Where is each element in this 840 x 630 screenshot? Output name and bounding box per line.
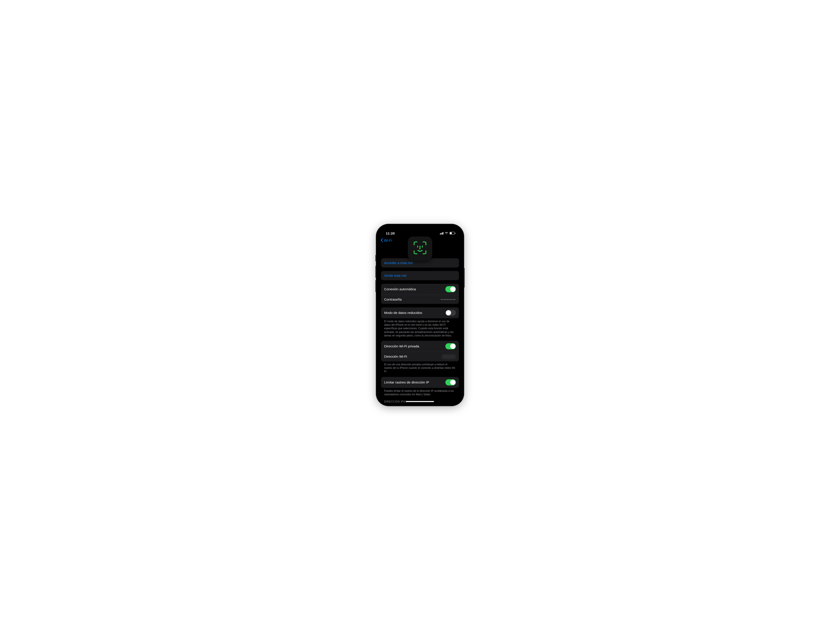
low-data-row: Modo de datos reducidos [381,307,459,318]
face-id-prompt [408,236,432,261]
power-button [464,268,465,287]
private-address-label: Dirección Wi-Fi privada [384,344,419,348]
limit-ip-toggle[interactable] [445,379,456,385]
auto-join-row: Conexión automática [381,284,459,295]
forget-network-button[interactable]: Omitir esta red [381,271,459,280]
back-label: Wi-Fi [384,238,392,243]
battery-icon: 40 [450,232,455,235]
low-data-label: Modo de datos reducidos [384,311,422,315]
status-time: 11:20 [386,231,395,235]
limit-ip-label: Limitar rastreo de dirección IP [384,381,429,384]
limit-ip-footer: Puedes limitar el rastreo de tu direcció… [381,388,459,396]
join-network-label: Acceder a esta red [384,261,412,265]
password-value: •••••••••• [441,298,456,301]
volume-down-button [375,280,376,292]
chevron-left-icon [381,238,383,243]
private-address-toggle[interactable] [445,343,456,349]
mute-switch [375,255,376,261]
low-data-footer: El modo de datos reducidos ayuda a dismi… [381,318,459,337]
forget-network-label: Omitir esta red [384,274,406,278]
private-address-row: Dirección Wi-Fi privada [381,341,459,352]
low-data-toggle[interactable] [445,310,456,316]
phone-frame: 11:20 40 Wi-Fi [376,224,464,406]
home-indicator[interactable] [406,401,434,402]
private-address-footer: El uso de una dirección privada contribu… [381,362,459,373]
ipv4-section-header: DIRECCIÓN IPV4 [381,396,459,403]
face-id-icon [413,241,427,256]
wifi-icon [445,231,448,235]
password-label: Contraseña [384,297,402,302]
wifi-address-row: Dirección Wi-Fi [381,352,459,362]
wifi-address-value [442,354,456,359]
auto-join-label: Conexión automática [384,287,416,291]
password-row[interactable]: Contraseña •••••••••• [381,295,459,304]
screen: 11:20 40 Wi-Fi [379,226,461,404]
limit-ip-row: Limitar rastreo de dirección IP [381,377,459,388]
dynamic-island [407,229,433,237]
cellular-icon [440,232,444,235]
volume-up-button [375,266,376,278]
wifi-address-label: Dirección Wi-Fi [384,355,407,358]
auto-join-toggle[interactable] [445,286,456,292]
